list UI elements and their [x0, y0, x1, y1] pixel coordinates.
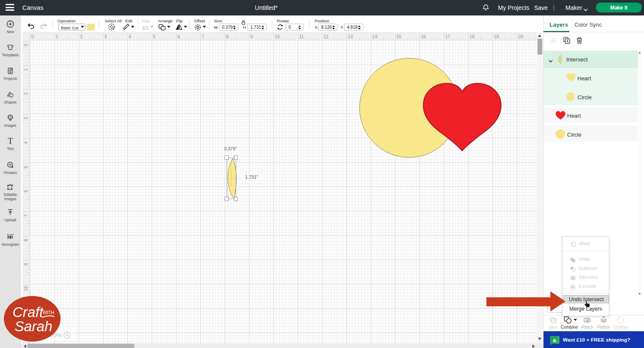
- svg-text:Sarah: Sarah: [15, 318, 52, 334]
- svg-text:a: a: [553, 337, 556, 343]
- svg-text:WITH: WITH: [43, 310, 55, 315]
- svg-text:Craft: Craft: [12, 304, 44, 320]
